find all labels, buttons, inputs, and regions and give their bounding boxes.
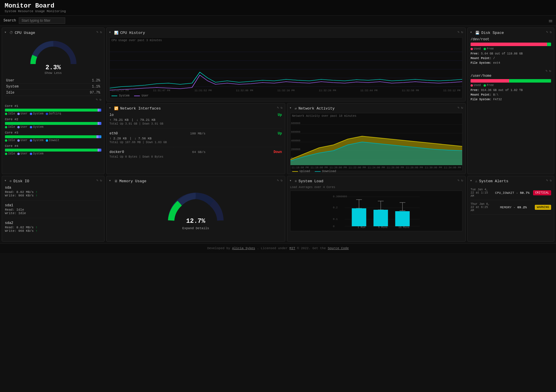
net-act-icon: ⇄: [295, 106, 297, 111]
cpu-history-title: CPU History: [120, 31, 145, 35]
cpu-history-actions: ✎ ↻: [458, 30, 463, 34]
core3-legend: Idle User System Iowait: [5, 139, 101, 142]
net-if-edit-icon[interactable]: ✎: [277, 106, 279, 110]
cpu-system-row: System 1.1%: [5, 84, 101, 90]
cpu-idle-row: Idle 97.7%: [5, 90, 101, 96]
load-chart: 0.3000000 0.2 0.1 0: [290, 191, 463, 231]
load-chart-label: Load Averages over 4 Cores: [290, 186, 463, 189]
cpu-history-refresh-icon[interactable]: ↻: [461, 30, 463, 34]
disk-refresh-icon[interactable]: ↻: [550, 30, 552, 34]
net-docker0-total: Total Up 0 Bytes | Down 0 Bytes: [109, 155, 282, 158]
load-title: System Load: [299, 179, 323, 183]
cpu-history-chart-label: CPU Usage over past 3 minutes: [110, 38, 462, 43]
net-if-toggle[interactable]: ▾: [109, 106, 111, 110]
core-edit-icon[interactable]: ✎: [96, 98, 98, 101]
core3-label: Core #3: [5, 131, 101, 134]
net-docker0-name: docker0: [109, 150, 124, 154]
cpu-history-toggle[interactable]: ▾: [109, 30, 111, 34]
cpu-system-label: System: [5, 84, 57, 90]
memory-value: 12.7%: [186, 218, 205, 225]
svg-text:0.1: 0.1: [333, 218, 337, 221]
footer-license[interactable]: MIT: [290, 247, 295, 250]
cpu-idle-val: 97.7%: [57, 90, 101, 96]
disk-space-card: ▾ 💾 Disk Space ✎ ↻ /dev/root Used Free F…: [467, 28, 554, 174]
net-act-chart: Network Activity over past 18 minutes: [290, 113, 463, 171]
alerts-edit-icon[interactable]: ✎: [546, 178, 548, 182]
cpu-edit-icon[interactable]: ✎: [96, 30, 98, 34]
disk-home-edit-icon[interactable]: ✎: [546, 69, 548, 73]
cpu-history-svg: [110, 43, 462, 95]
core2-idle-bar: [5, 122, 98, 125]
net-act-refresh-icon[interactable]: ↻: [461, 106, 463, 110]
app-subtitle: System Resource Usage Monitoring: [5, 10, 551, 13]
core3-bar: [5, 135, 101, 138]
memory-expand[interactable]: Expand Details: [182, 227, 209, 230]
net-lo: lo Up ↑ 79.21 KB | ↓ 79.21 KB Total Up 3…: [109, 113, 282, 129]
svg-text:600000: 600000: [291, 131, 300, 134]
footer-author[interactable]: Alicia Sykes: [232, 247, 255, 250]
net-act-time-labels: 11:18:00 PM 11:18:00 PM 11:20:00 PM 11:2…: [290, 166, 462, 169]
alerts-toggle[interactable]: ▾: [470, 178, 472, 183]
load-icon: ≡: [295, 179, 297, 183]
alert-1-message: CPU_IOWAIT - 50.7%: [491, 191, 533, 195]
footer-text: Developed by: [207, 247, 232, 250]
disk-io-actions: ✎ ↻: [96, 178, 102, 182]
alerts-refresh-icon[interactable]: ↻: [550, 178, 552, 182]
net-if-icon: 🔁: [114, 106, 118, 111]
core-refresh-icon[interactable]: ↻: [99, 98, 101, 101]
net-act-edit-icon[interactable]: ✎: [458, 106, 460, 110]
cpu-history-icon: 📊: [114, 31, 118, 35]
cpu-history-edit-icon[interactable]: ✎: [458, 30, 460, 34]
core4-bar: [5, 149, 101, 152]
io-sda2: sda2 Read: 8.02 MB/s ↑ Write: 968 KB/s ↑: [5, 221, 101, 236]
core2-legend: Idle User System: [5, 125, 101, 129]
disk-home: /user/home Used Free Free: 914.36 GB out…: [471, 74, 551, 102]
net-act-toggle[interactable]: ▾: [290, 106, 292, 110]
search-label: Search: [3, 19, 16, 23]
io-sda2-write: Write: 968 KB/s ↑: [5, 229, 101, 233]
disk-edit-icon[interactable]: ✎: [546, 30, 548, 34]
filter-icon[interactable]: ⚌: [548, 18, 553, 23]
memory-edit-icon[interactable]: ✎: [277, 178, 279, 182]
svg-text:200000: 200000: [291, 148, 300, 151]
svg-text:0.2: 0.2: [333, 206, 337, 209]
load-refresh-icon[interactable]: ↻: [461, 178, 463, 182]
cpu-title: CPU Usage: [15, 31, 35, 35]
network-interfaces-card: ▾ 🔁 Network Interfaces ✎ ↻ lo Up ↑: [106, 103, 285, 174]
memory-toggle[interactable]: ▾: [109, 178, 111, 183]
io-sda1: sda1 Read: Idle Write: Idle: [5, 203, 101, 218]
cpu-value: 2.3%: [45, 64, 61, 71]
disk-root-used-bar: [471, 43, 547, 46]
core2-label: Core #2: [5, 118, 101, 121]
search-input[interactable]: [19, 17, 65, 24]
net-if-refresh-icon[interactable]: ↻: [281, 106, 283, 110]
load-actions: ✎ ↻: [458, 178, 463, 182]
disk-home-refresh-icon[interactable]: ↻: [549, 69, 551, 73]
net-lo-sep: |: [131, 118, 133, 122]
alert-2: Thur Jan 6, 22 at 6:25 AM MEMORY - 69.2%…: [471, 200, 551, 215]
svg-text:5 Mins: 5 Mins: [378, 226, 387, 229]
alert-1-time: Tue Jan 4, 22 at 1:15 AM: [471, 188, 491, 198]
disk-io-toggle[interactable]: ▾: [4, 178, 6, 183]
disk-io-refresh-icon[interactable]: ↻: [100, 178, 102, 182]
net-if-actions: ✎ ↻: [277, 106, 282, 110]
cpu-refresh-icon[interactable]: ↻: [100, 30, 102, 34]
footer-source[interactable]: Source Code: [328, 247, 349, 250]
disk-title: Disk Space: [481, 31, 504, 35]
core3-idle-bar: [5, 135, 96, 138]
cpu-gauge-svg: [27, 38, 79, 67]
net-act-title: Network Activity: [299, 106, 335, 111]
disk-io-edit-icon[interactable]: ✎: [96, 178, 98, 182]
load-edit-icon[interactable]: ✎: [458, 178, 460, 182]
search-bar: Search ⚌: [0, 16, 556, 26]
memory-refresh-icon[interactable]: ↻: [281, 178, 283, 182]
disk-home-path: /user/home: [471, 74, 551, 78]
alerts-title: System Alerts: [479, 179, 508, 183]
svg-text:0: 0: [291, 157, 292, 160]
disk-toggle[interactable]: ▾: [470, 30, 472, 34]
cpu-show-less[interactable]: Show Less: [45, 71, 62, 75]
core1-bar: [5, 109, 101, 112]
disk-home-actions: ✎ ↻: [471, 69, 551, 73]
load-toggle[interactable]: ▾: [290, 178, 292, 183]
cpu-toggle[interactable]: ▾: [4, 30, 6, 34]
